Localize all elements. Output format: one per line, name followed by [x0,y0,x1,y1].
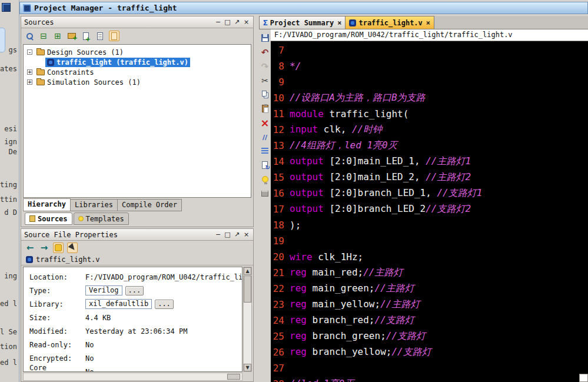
property-size: Size:4.4 KB [29,311,242,324]
editor-tab-project-summary[interactable]: ΣProject Summary× [259,16,346,29]
code-text: //4组路灯，led 1亮0灭 [290,139,397,152]
minimize-button[interactable]: ─ [214,231,222,238]
tree-item-design-sources-1[interactable]: -Design Sources (1) [24,47,251,57]
code-text: reg main_red;//主路灯 [290,267,403,279]
tree-item-content: Simulation Sources (1) [35,78,142,87]
code-token: //主路灯1 [426,155,471,167]
code-token: branch_green; [307,330,386,341]
back-icon [26,243,34,253]
delete-icon[interactable] [260,118,270,128]
scrollbar-corner [243,373,252,381]
forward-icon[interactable] [39,243,49,253]
scroll-to-icon [111,32,117,40]
property-value: 4.4 KB [85,314,111,322]
tab-hierarchy[interactable]: Hierarchy [23,198,71,211]
tree-expander[interactable]: + [27,69,32,75]
code-text: */ [290,61,301,72]
block-icon[interactable] [260,188,270,198]
property-type: Type:Verilog... [29,284,242,297]
code-token: //支路灯 [386,330,426,341]
scroll-down-button[interactable]: ▼ [244,364,251,371]
float-button[interactable]: ↗ [233,18,241,26]
tree-expander[interactable]: + [27,79,32,85]
expand-all-icon[interactable] [52,31,63,41]
property-value: F:/VIVADO_program/ROM_U042/traffic_light [85,273,242,281]
find-replace-icon[interactable] [260,160,270,170]
more-button[interactable]: ... [125,286,144,295]
tree-item-traffic-light-traffic-light-v[interactable]: traffic_light (traffic_light.v) [24,57,251,67]
report-icon[interactable] [95,31,105,41]
save-icon[interactable] [260,33,270,43]
tree-item-simulation-sources-1[interactable]: +Simulation Sources (1) [24,77,251,87]
code-token: wire [290,251,313,263]
code-token: */ [290,61,301,72]
library-field[interactable]: xil_defaultlib [85,299,152,309]
search-icon[interactable] [24,31,35,41]
toggle-columns-icon[interactable] [260,146,270,156]
undo-icon[interactable] [260,47,270,57]
dock-tab-sources[interactable]: Sources [25,212,72,225]
cutoff-label: l Se [0,328,17,336]
properties-panel-title: Source File Properties [24,231,214,239]
dock-tab-templates[interactable]: Templates [74,212,129,225]
vertical-scroll-thumb[interactable] [244,275,251,303]
close-tab-button[interactable]: × [337,19,341,27]
tip-icon[interactable] [260,174,270,184]
redo-icon[interactable] [260,61,270,71]
tree-expander[interactable]: - [27,49,32,55]
back-icon[interactable] [25,243,35,253]
collapse-all-icon [40,31,47,41]
properties-horizontal-scrollbar[interactable] [23,373,242,381]
maximize-button[interactable]: □ [224,231,231,238]
horizontal-scroll-thumb[interactable] [227,374,240,380]
create-file-icon[interactable] [81,31,91,41]
maximize-button[interactable]: □ [224,18,231,26]
panel-splitter[interactable] [254,16,259,382]
folder-icon [36,49,45,55]
close-tab-button[interactable]: × [426,19,430,27]
code-token: //主路灯2 [426,171,471,182]
property-label: Encrypted: [29,354,85,363]
paste-icon[interactable] [260,104,270,114]
collapse-all-icon[interactable] [38,31,49,41]
code-token: //主路灯 [380,298,420,310]
code-token: main_yellow; [307,298,380,310]
sources-toolbar [21,28,253,44]
cutoff-label: ates [0,65,17,73]
select-pointer-icon[interactable] [67,243,78,253]
float-button[interactable]: ↗ [233,231,241,238]
close-button[interactable]: × [242,231,250,238]
property-value: No [85,354,94,363]
code-token: //支路灯2 [426,203,471,214]
tab-compile-order[interactable]: Compile Order [117,199,182,211]
code-text: reg main_green;//主路灯 [290,283,414,295]
properties-file-name: traffic_light.v [36,255,99,264]
tree-item-label: Design Sources (1) [47,48,124,57]
code-editor[interactable]: 78*/910//设路口A为主路，路口B为支路11module traffic_… [271,41,588,382]
toggle-comment-icon[interactable] [260,132,270,142]
scroll-up-button[interactable]: ▲ [244,267,251,275]
type-combo[interactable]: Verilog [85,285,122,295]
code-token: //支路灯1 [437,187,482,198]
tree-item-constraints[interactable]: +Constraints [24,67,251,77]
create-file-icon [83,32,89,40]
more-button[interactable]: ... [155,300,174,309]
close-button[interactable]: × [242,18,250,26]
code-line: 16output [2:0]branch_LED_1, //支路灯1 [271,185,588,201]
source-file-properties-panel: Source File Properties ─□↗× traffic_ligh… [21,228,254,382]
minimize-button[interactable]: ─ [214,18,222,26]
editor-tab-traffic-light-v[interactable]: traffic_light.v× [345,16,434,29]
add-sources-icon[interactable] [67,31,77,41]
code-token: //4组路灯，led 1亮0灭 [290,139,397,151]
copy-icon[interactable] [260,89,270,99]
paste-icon [262,105,268,112]
properties-panel-header: Source File Properties ─□↗× [21,229,253,241]
code-text: reg branch_red;//支路灯 [290,314,414,327]
cutoff-label: ing [4,272,17,280]
cut-icon[interactable] [260,75,270,85]
tab-libraries[interactable]: Libraries [70,199,118,211]
edit-properties-icon[interactable] [53,243,64,253]
code-text: ); [290,220,301,231]
properties-vertical-scrollbar[interactable]: ▲ ▼ [243,267,252,372]
scroll-to-icon[interactable] [109,31,119,41]
